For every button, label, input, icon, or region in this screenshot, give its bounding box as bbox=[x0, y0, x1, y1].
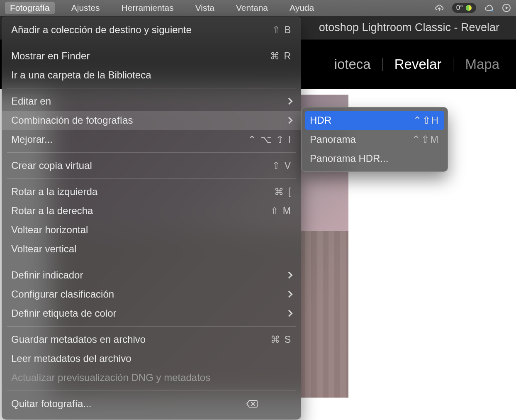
menu-shortcut: ⌃ ⌥ ⇧ I bbox=[246, 132, 292, 147]
menu-item-label: Rotar a la derecha bbox=[11, 204, 246, 218]
fotografia-menu: Añadir a colección de destino y siguient… bbox=[2, 17, 301, 420]
menu-item-label: Definir indicador bbox=[11, 268, 283, 282]
photo-merge-submenu: HDR⌃⇧HPanorama⌃⇧MPanorama HDR... bbox=[301, 107, 448, 172]
submenu-item-label: Panorama HDR... bbox=[310, 151, 439, 166]
menu-item: Actualizar previsualización DNG y metada… bbox=[2, 368, 301, 387]
menu-item-label: Mejorar... bbox=[11, 132, 246, 147]
menu-item[interactable]: Rotar a la derecha⇧ M bbox=[2, 201, 301, 220]
temperature-pill[interactable]: 0° bbox=[452, 3, 476, 13]
temperature-value: 0° bbox=[456, 4, 463, 12]
menu-item-label: Voltear horizontal bbox=[11, 223, 292, 237]
chevron-right-icon bbox=[286, 310, 293, 317]
menu-item-label: Rotar a la izquierda bbox=[11, 185, 246, 199]
submenu-shortcut: ⌃⇧M bbox=[412, 132, 439, 147]
menu-item-label: Guardar metadatos en archivo bbox=[11, 332, 246, 347]
menu-item[interactable]: Leer metadatos del archivo bbox=[2, 349, 301, 368]
menu-item[interactable]: Voltear horizontal bbox=[2, 220, 301, 239]
cloud-upload-icon[interactable] bbox=[435, 3, 444, 12]
menu-item[interactable]: Añadir a colección de destino y siguient… bbox=[2, 20, 301, 39]
menu-shortcut: ⇧ V bbox=[246, 159, 292, 173]
menubar-right: 0° bbox=[435, 3, 511, 13]
menu-item[interactable]: Combinación de fotografías bbox=[2, 111, 301, 130]
menubar-item-herramientas[interactable]: Herramientas bbox=[117, 2, 179, 14]
menu-item-label: Añadir a colección de destino y siguient… bbox=[11, 23, 246, 37]
menu-item-label: Actualizar previsualización DNG y metada… bbox=[11, 371, 292, 385]
submenu-item[interactable]: Panorama⌃⇧M bbox=[302, 130, 448, 149]
menu-item[interactable]: Quitar fotografía... bbox=[2, 394, 301, 413]
menu-shortcut: ⌘ R bbox=[246, 49, 292, 63]
menu-item[interactable]: Definir indicador bbox=[2, 266, 301, 285]
submenu-item[interactable]: Panorama HDR... bbox=[302, 149, 448, 168]
submenu-item-label: HDR bbox=[310, 113, 413, 127]
menu-item[interactable]: Mostrar en Finder⌘ R bbox=[2, 46, 301, 66]
menu-separator bbox=[7, 178, 296, 179]
menubar-item-ventana[interactable]: Ventana bbox=[231, 2, 273, 14]
menu-shortcut: ⌘ [ bbox=[246, 185, 292, 199]
menu-separator bbox=[7, 391, 296, 391]
menu-item[interactable]: Mejorar...⌃ ⌥ ⇧ I bbox=[2, 130, 301, 149]
macos-menubar: Fotografía Ajustes Herramientas Vista Ve… bbox=[0, 0, 516, 16]
menu-item-label: Configurar clasificación bbox=[11, 287, 283, 301]
submenu-item[interactable]: HDR⌃⇧H bbox=[305, 111, 444, 130]
menubar-item-ajustes[interactable]: Ajustes bbox=[66, 2, 105, 14]
creative-cloud-icon[interactable] bbox=[484, 3, 494, 12]
menu-item[interactable]: Voltear vertical bbox=[2, 239, 301, 259]
menu-separator bbox=[7, 262, 296, 262]
menu-item-label: Definir etiqueta de color bbox=[11, 306, 283, 320]
module-separator bbox=[453, 58, 453, 71]
menu-item[interactable]: Rotar a la izquierda⌘ [ bbox=[2, 182, 301, 201]
submenu-item-label: Panorama bbox=[310, 132, 412, 147]
menu-separator bbox=[7, 88, 296, 88]
menu-item-label: Mostrar en Finder bbox=[11, 49, 246, 63]
chevron-right-icon bbox=[286, 291, 293, 298]
menu-item-label: Combinación de fotografías bbox=[11, 113, 283, 127]
menu-shortcut: ⇧ M bbox=[246, 204, 292, 218]
play-circle-icon[interactable] bbox=[502, 3, 511, 12]
menu-shortcut: ⇧ B bbox=[246, 23, 292, 37]
window-title: otoshop Lightroom Classic - Revelar bbox=[319, 21, 499, 34]
tab-biblioteca[interactable]: ioteca bbox=[334, 56, 371, 72]
tab-revelar[interactable]: Revelar bbox=[394, 56, 442, 72]
submenu-shortcut: ⌃⇧H bbox=[413, 113, 439, 127]
menu-separator bbox=[7, 152, 296, 153]
backspace-icon bbox=[246, 399, 292, 408]
menu-separator bbox=[7, 43, 296, 43]
menu-item-label: Quitar fotografía... bbox=[11, 397, 246, 411]
menu-item[interactable]: Configurar clasificación bbox=[2, 285, 301, 304]
menu-item[interactable]: Editar en bbox=[2, 92, 301, 111]
chevron-right-icon bbox=[286, 98, 293, 105]
chevron-right-icon bbox=[286, 117, 293, 124]
menu-item[interactable]: Guardar metadatos en archivo⌘ S bbox=[2, 330, 301, 349]
menubar-item-vista[interactable]: Vista bbox=[190, 2, 219, 14]
chevron-right-icon bbox=[286, 272, 293, 279]
tab-mapa[interactable]: Mapa bbox=[465, 56, 499, 72]
menu-item[interactable]: Ir a una carpeta de la Biblioteca bbox=[2, 66, 301, 85]
menu-item-label: Voltear vertical bbox=[11, 242, 292, 256]
menu-separator bbox=[7, 326, 296, 327]
menu-item-label: Editar en bbox=[11, 94, 283, 108]
menubar-item-ayuda[interactable]: Ayuda bbox=[285, 2, 319, 14]
menubar-item-fotografia[interactable]: Fotografía bbox=[5, 2, 55, 14]
module-separator bbox=[382, 58, 383, 71]
menu-item[interactable]: Crear copia virtual⇧ V bbox=[2, 156, 301, 175]
menu-item-label: Ir a una carpeta de la Biblioteca bbox=[11, 68, 292, 82]
menu-item[interactable]: Definir etiqueta de color bbox=[2, 304, 301, 323]
menu-shortcut: ⌘ S bbox=[246, 332, 292, 347]
menu-item-label: Leer metadatos del archivo bbox=[11, 352, 292, 366]
menu-item-label: Crear copia virtual bbox=[11, 159, 246, 173]
